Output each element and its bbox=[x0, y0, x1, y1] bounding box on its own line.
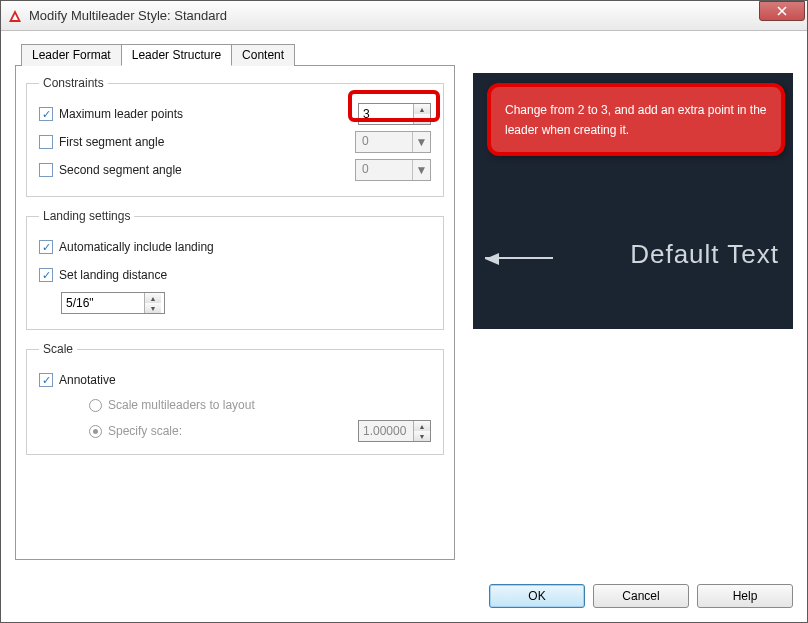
spin-up-icon: ▲ bbox=[414, 421, 430, 431]
set-landing-distance-label: Set landing distance bbox=[59, 268, 167, 282]
max-leader-points-label: Maximum leader points bbox=[59, 107, 183, 121]
auto-include-landing-checkbox[interactable] bbox=[39, 240, 53, 254]
preview-text: Default Text bbox=[630, 239, 779, 270]
tab-strip: Leader Format Leader Structure Content bbox=[21, 44, 793, 66]
scale-group: Scale Annotative Scale multileaders to l… bbox=[26, 342, 444, 455]
spin-down-icon: ▼ bbox=[414, 431, 430, 441]
set-landing-distance-checkbox[interactable] bbox=[39, 268, 53, 282]
scale-to-layout-radio bbox=[89, 399, 102, 412]
landing-group: Landing settings Automatically include l… bbox=[26, 209, 444, 330]
cancel-button[interactable]: Cancel bbox=[593, 584, 689, 608]
first-segment-angle-label: First segment angle bbox=[59, 135, 164, 149]
constraints-legend: Constraints bbox=[39, 76, 108, 90]
close-icon bbox=[777, 6, 787, 16]
tab-leader-format[interactable]: Leader Format bbox=[21, 44, 122, 66]
auto-include-landing-label: Automatically include landing bbox=[59, 240, 214, 254]
annotation-highlight bbox=[348, 90, 440, 122]
ok-button[interactable]: OK bbox=[489, 584, 585, 608]
content-area: Leader Format Leader Structure Content C… bbox=[1, 31, 807, 622]
landing-legend: Landing settings bbox=[39, 209, 134, 223]
annotative-label: Annotative bbox=[59, 373, 116, 387]
dialog-buttons: OK Cancel Help bbox=[489, 584, 793, 608]
annotation-callout: Change from 2 to 3, and add an extra poi… bbox=[487, 83, 785, 156]
scale-legend: Scale bbox=[39, 342, 77, 356]
tab-panel: Constraints Maximum leader points ▲▼ Fir… bbox=[15, 65, 455, 560]
first-segment-angle-value: 0 bbox=[356, 132, 412, 152]
preview-arrow-icon bbox=[485, 237, 565, 267]
titlebar: Modify Multileader Style: Standard bbox=[1, 1, 807, 31]
scale-to-layout-label: Scale multileaders to layout bbox=[108, 398, 255, 412]
chevron-down-icon: ▼ bbox=[412, 160, 430, 180]
landing-distance-spinner[interactable]: ▲▼ bbox=[61, 292, 165, 314]
chevron-down-icon: ▼ bbox=[412, 132, 430, 152]
first-segment-angle-dropdown: 0 ▼ bbox=[355, 131, 431, 153]
second-segment-angle-value: 0 bbox=[356, 160, 412, 180]
specify-scale-input bbox=[359, 421, 413, 441]
tab-leader-structure[interactable]: Leader Structure bbox=[121, 44, 232, 66]
max-leader-points-checkbox[interactable] bbox=[39, 107, 53, 121]
landing-distance-input[interactable] bbox=[62, 293, 144, 313]
annotation-text: Change from 2 to 3, and add an extra poi… bbox=[505, 103, 767, 137]
svg-marker-4 bbox=[485, 253, 499, 265]
second-segment-angle-checkbox[interactable] bbox=[39, 163, 53, 177]
specify-scale-label: Specify scale: bbox=[108, 424, 182, 438]
close-button[interactable] bbox=[759, 1, 805, 21]
second-segment-angle-label: Second segment angle bbox=[59, 163, 182, 177]
help-button[interactable]: Help bbox=[697, 584, 793, 608]
annotative-checkbox[interactable] bbox=[39, 373, 53, 387]
specify-scale-radio bbox=[89, 425, 102, 438]
window-title: Modify Multileader Style: Standard bbox=[29, 8, 227, 23]
first-segment-angle-checkbox[interactable] bbox=[39, 135, 53, 149]
second-segment-angle-dropdown: 0 ▼ bbox=[355, 159, 431, 181]
specify-scale-spinner: ▲▼ bbox=[358, 420, 431, 442]
tab-content[interactable]: Content bbox=[231, 44, 295, 66]
dialog-window: Modify Multileader Style: Standard Leade… bbox=[0, 0, 808, 623]
app-icon bbox=[7, 8, 23, 24]
spin-down-icon[interactable]: ▼ bbox=[145, 303, 161, 313]
spin-up-icon[interactable]: ▲ bbox=[145, 293, 161, 303]
